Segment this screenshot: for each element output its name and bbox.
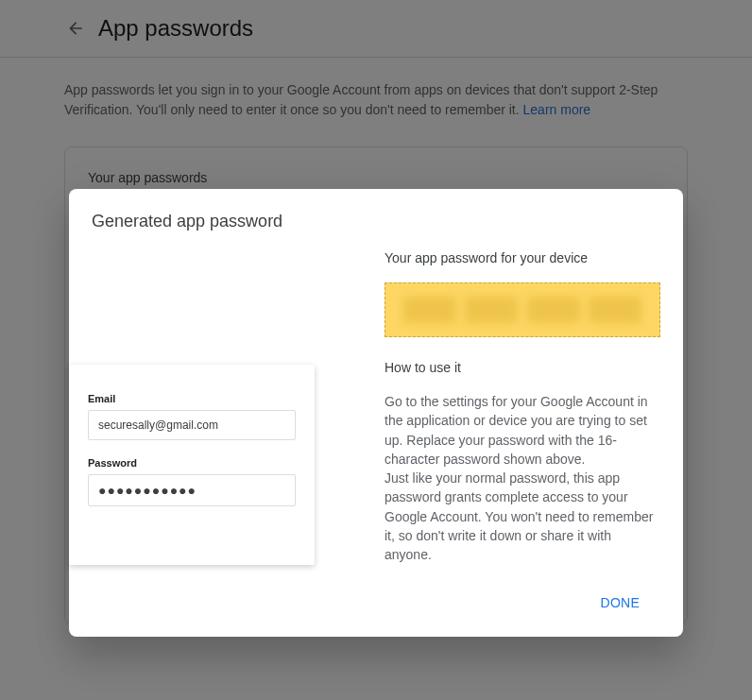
password-segment — [403, 297, 456, 323]
modal-left-column: Email securesally@gmail.com Password ●●●… — [69, 250, 362, 565]
how-to-use-title: How to use it — [385, 360, 660, 375]
device-preview-card: Email securesally@gmail.com Password ●●●… — [69, 365, 315, 565]
how-to-use-text: Go to the settings for your Google Accou… — [385, 392, 660, 565]
password-subtitle: Your app password for your device — [385, 250, 660, 265]
generated-password-box[interactable] — [385, 282, 660, 337]
password-segment — [589, 297, 641, 323]
password-segment — [527, 297, 580, 323]
done-button[interactable]: DONE — [593, 588, 647, 618]
password-segment — [465, 297, 518, 323]
password-preview-value: ●●●●●●●●●●● — [88, 474, 296, 506]
email-label: Email — [88, 393, 296, 404]
email-preview-value: securesally@gmail.com — [88, 410, 296, 440]
password-label: Password — [88, 457, 296, 469]
modal-title: Generated app password — [69, 212, 683, 250]
generated-password-modal: Generated app password Email securesally… — [69, 189, 683, 637]
